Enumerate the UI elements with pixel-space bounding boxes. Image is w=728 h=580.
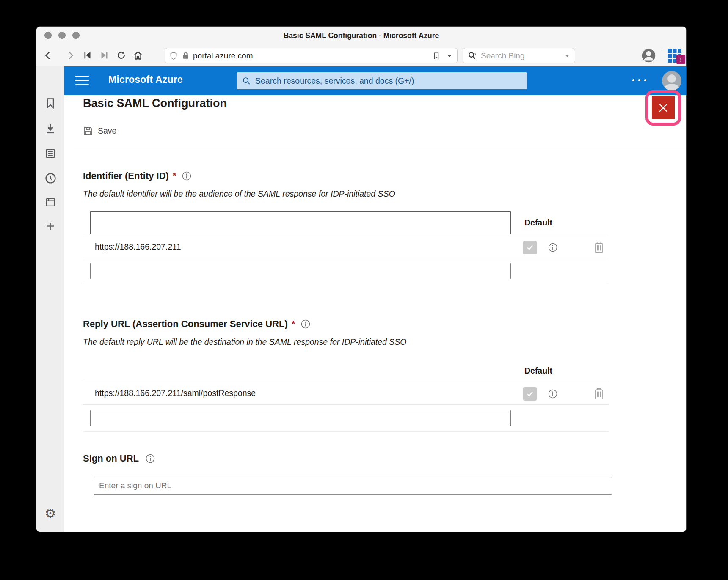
azure-search-icon bbox=[242, 76, 251, 85]
identifier-new-input[interactable] bbox=[90, 211, 511, 234]
browser-window: Basic SAML Configuration - Microsoft Azu… bbox=[36, 26, 687, 532]
forward-button[interactable] bbox=[62, 47, 79, 64]
reload-button[interactable] bbox=[113, 47, 130, 64]
screenshot-stage: Basic SAML Configuration - Microsoft Azu… bbox=[0, 0, 728, 580]
sidebar-history-button[interactable] bbox=[36, 172, 64, 184]
titlebar: Basic SAML Configuration - Microsoft Azu… bbox=[36, 27, 686, 44]
avatar bbox=[667, 74, 676, 83]
history-clock-icon bbox=[44, 172, 57, 184]
azure-top-bar: Microsoft Azure Search resources, servic… bbox=[64, 66, 686, 95]
info-icon bbox=[548, 242, 558, 253]
url-text[interactable]: portal.azure.com bbox=[193, 51, 433, 60]
info-icon[interactable] bbox=[145, 454, 155, 464]
reply-url-value-row: https://188.166.207.211/saml/postRespons… bbox=[83, 382, 609, 405]
toolbar-divider bbox=[662, 50, 662, 61]
search-dropdown-icon[interactable] bbox=[564, 52, 571, 59]
sidebar-windows-button[interactable] bbox=[36, 197, 64, 208]
extensions-alert-badge: ! bbox=[676, 55, 685, 64]
trash-icon bbox=[593, 241, 604, 254]
skip-forward-icon bbox=[100, 51, 109, 60]
search-engine-icon[interactable] bbox=[467, 51, 477, 60]
info-icon bbox=[548, 389, 558, 399]
window-title: Basic SAML Configuration - Microsoft Azu… bbox=[284, 31, 439, 40]
check-icon bbox=[526, 243, 534, 252]
identifier-value: https://188.166.207.211 bbox=[95, 242, 181, 252]
azure-brand[interactable]: Microsoft Azure bbox=[108, 74, 183, 85]
required-asterisk: * bbox=[292, 319, 295, 330]
plus-icon bbox=[45, 220, 56, 232]
shield-icon[interactable] bbox=[169, 51, 178, 60]
azure-overflow-button[interactable] bbox=[632, 79, 646, 81]
hamburger-menu-button[interactable] bbox=[75, 76, 89, 85]
save-label: Save bbox=[98, 126, 116, 136]
reply-url-value: https://188.166.207.211/saml/postRespons… bbox=[95, 388, 256, 398]
firefox-sidebar: ⚙ bbox=[36, 66, 64, 532]
search-placeholder[interactable]: Search Bing bbox=[481, 51, 564, 60]
browser-search-bar[interactable]: Search Bing bbox=[463, 48, 575, 63]
sidebar-bookmarks-button[interactable] bbox=[36, 97, 64, 110]
account-avatar-icon bbox=[641, 48, 656, 63]
hamburger-icon bbox=[75, 76, 89, 77]
home-icon bbox=[133, 50, 143, 60]
save-disk-icon bbox=[83, 126, 93, 136]
reading-list-icon bbox=[44, 148, 56, 159]
identifier-section-heading: Identifier (Entity ID) * bbox=[83, 170, 192, 181]
section-separator bbox=[83, 431, 609, 432]
reply-url-row-delete-button[interactable] bbox=[593, 388, 604, 402]
info-icon[interactable] bbox=[182, 171, 192, 181]
identifier-row-info-button[interactable] bbox=[548, 242, 558, 254]
identifier-add-input[interactable] bbox=[90, 263, 511, 279]
firefox-account-button[interactable] bbox=[641, 48, 656, 65]
gear-icon: ⚙ bbox=[45, 507, 56, 520]
home-button[interactable] bbox=[130, 47, 146, 64]
info-icon[interactable] bbox=[301, 319, 311, 329]
back-icon bbox=[44, 51, 53, 60]
bookmark-page-icon[interactable] bbox=[433, 51, 440, 60]
sidebar-reading-list-button[interactable] bbox=[36, 148, 64, 159]
zoom-window-icon[interactable] bbox=[72, 32, 80, 39]
traffic-lights bbox=[44, 32, 80, 39]
reply-url-default-checkbox[interactable] bbox=[523, 387, 537, 401]
extensions-button[interactable]: ! bbox=[667, 48, 684, 64]
close-blade-button[interactable] bbox=[652, 96, 675, 119]
sidebar-add-button[interactable] bbox=[36, 220, 64, 232]
sidebar-settings-button[interactable]: ⚙ bbox=[36, 507, 64, 520]
trash-icon bbox=[593, 388, 604, 400]
identifier-value-row: https://188.166.207.211 bbox=[83, 236, 609, 258]
lock-icon[interactable] bbox=[182, 51, 190, 60]
reply-url-add-input-field[interactable] bbox=[91, 410, 510, 426]
identifier-row-delete-button[interactable] bbox=[593, 241, 604, 256]
close-window-icon[interactable] bbox=[44, 32, 52, 39]
reply-url-row-info-button[interactable] bbox=[548, 389, 558, 401]
azure-account-avatar[interactable] bbox=[662, 71, 681, 91]
identifier-default-column-label: Default bbox=[505, 218, 572, 228]
sidebar-downloads-button[interactable] bbox=[36, 123, 64, 135]
section-separator bbox=[83, 284, 609, 284]
sign-on-url-input[interactable] bbox=[94, 477, 612, 495]
download-icon bbox=[44, 123, 57, 135]
identifier-default-checkbox[interactable] bbox=[523, 241, 537, 254]
azure-search-placeholder[interactable]: Search resources, services, and docs (G+… bbox=[255, 76, 414, 86]
back-button[interactable] bbox=[40, 47, 57, 64]
identifier-new-input-field[interactable] bbox=[91, 212, 510, 234]
skip-back-icon bbox=[83, 51, 92, 60]
reply-url-add-input[interactable] bbox=[90, 410, 511, 426]
reply-url-default-column-label: Default bbox=[505, 366, 572, 376]
azure-content: Microsoft Azure Search resources, servic… bbox=[64, 66, 686, 532]
identifier-description: The default identifier will be the audie… bbox=[83, 189, 395, 199]
skip-back-button[interactable] bbox=[79, 47, 96, 64]
required-asterisk: * bbox=[173, 170, 176, 181]
identifier-add-input-field[interactable] bbox=[91, 263, 510, 279]
browser-toolbar: portal.azure.com Search Bing bbox=[36, 44, 686, 66]
save-button[interactable]: Save bbox=[83, 126, 116, 136]
azure-search-box[interactable]: Search resources, services, and docs (G+… bbox=[237, 72, 527, 89]
reply-url-section-heading: Reply URL (Assertion Consumer Service UR… bbox=[83, 319, 311, 330]
sign-on-url-input-field[interactable] bbox=[94, 477, 612, 494]
skip-forward-button[interactable] bbox=[96, 47, 113, 64]
url-bar[interactable]: portal.azure.com bbox=[165, 48, 458, 63]
window-icon bbox=[44, 197, 57, 208]
saml-configuration-blade: Basic SAML Configuration Save Identifier… bbox=[64, 95, 686, 532]
urlbar-dropdown-icon[interactable] bbox=[446, 52, 453, 59]
reload-icon bbox=[116, 50, 126, 60]
minimize-window-icon[interactable] bbox=[58, 32, 66, 39]
